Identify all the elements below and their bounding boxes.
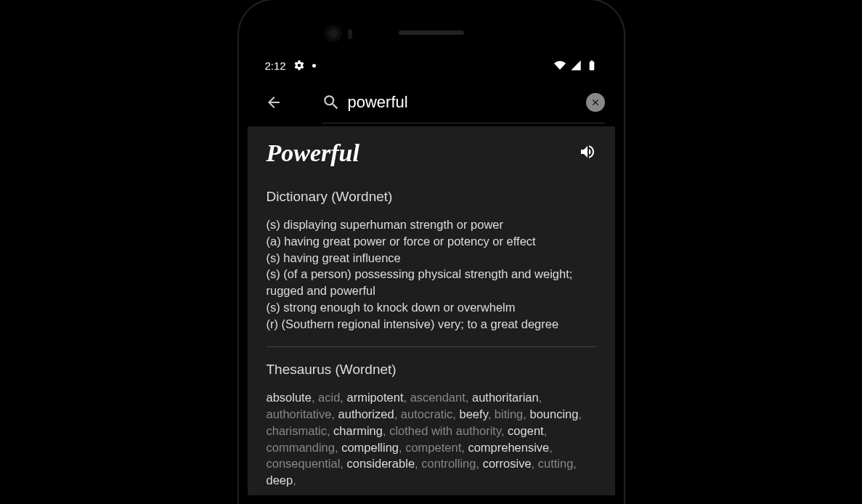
separator: ,	[501, 424, 508, 437]
phone-screen: 2:12	[248, 9, 615, 495]
separator: ,	[539, 391, 542, 404]
synonym[interactable]: armipotent	[347, 391, 404, 404]
content-scroll[interactable]: Powerful Dictionary (Wordnet) (s) displa…	[248, 126, 615, 495]
definition-line: (r) (Southern regional intensive) very; …	[267, 316, 596, 333]
separator: ,	[415, 457, 421, 470]
clear-button[interactable]	[586, 93, 605, 112]
synonym[interactable]: authoritative	[267, 407, 332, 420]
speaker-grille	[399, 31, 464, 35]
synonym[interactable]: cogent	[508, 424, 544, 437]
status-time: 2:12	[265, 60, 286, 72]
separator: ,	[544, 424, 548, 437]
synonym[interactable]: authoritarian	[472, 391, 539, 404]
synonym[interactable]: comprehensive	[468, 441, 549, 454]
pronounce-button[interactable]	[579, 143, 596, 163]
camera-lens	[328, 28, 339, 39]
word-header: Powerful	[267, 139, 596, 167]
search-bar	[248, 78, 615, 126]
synonym[interactable]: competent	[405, 441, 461, 454]
app-area: Powerful Dictionary (Wordnet) (s) displa…	[248, 78, 615, 495]
synonym[interactable]: deep	[267, 473, 293, 487]
definition-line: (a) having great power or force or poten…	[267, 233, 596, 250]
separator: ,	[549, 441, 553, 454]
separator: ,	[578, 407, 582, 420]
synonym[interactable]: charming	[333, 424, 383, 437]
separator: ,	[383, 424, 389, 437]
definition-line: (s) having great influence	[267, 250, 596, 267]
synonym[interactable]: compelling	[341, 441, 399, 454]
speaker-icon	[579, 143, 596, 160]
separator: ,	[573, 457, 577, 470]
separator: ,	[476, 457, 482, 470]
dot-icon	[312, 64, 316, 68]
separator: ,	[532, 457, 538, 470]
section-divider	[267, 346, 596, 347]
thesaurus-heading: Thesaurus (Wordnet)	[267, 362, 596, 378]
battery-icon	[586, 60, 598, 71]
arrow-left-icon	[265, 94, 282, 111]
synonym[interactable]: charismatic	[267, 424, 327, 437]
synonym[interactable]: commanding	[267, 441, 335, 454]
back-button[interactable]	[258, 86, 290, 118]
word-title: Powerful	[267, 139, 359, 167]
separator: ,	[452, 407, 459, 420]
synonym[interactable]: acid	[318, 391, 340, 404]
separator: ,	[488, 407, 495, 420]
synonym[interactable]: bouncing	[529, 407, 578, 420]
synonym[interactable]: controlling	[421, 457, 476, 470]
synonym[interactable]: clothed with authority	[389, 424, 501, 437]
separator: ,	[465, 391, 472, 404]
search-icon	[322, 93, 341, 112]
synonym[interactable]: ascendant	[410, 391, 465, 404]
thesaurus-synonyms: absolute, acid, armipotent, ascendant, a…	[267, 389, 596, 489]
synonym[interactable]: cutting	[538, 457, 574, 470]
separator: ,	[403, 391, 410, 404]
phone-notch	[248, 9, 615, 52]
separator: ,	[335, 441, 341, 454]
separator: ,	[340, 391, 346, 404]
dictionary-entries: (s) displaying superhuman strength or po…	[267, 216, 596, 332]
separator: ,	[327, 424, 333, 437]
definition-line: (s) (of a person) possessing physical st…	[267, 266, 596, 299]
definition-line: (s) strong enough to knock down or overw…	[267, 299, 596, 316]
status-right	[554, 60, 598, 71]
search-input[interactable]	[348, 93, 573, 112]
separator: ,	[312, 391, 318, 404]
dictionary-heading: Dictionary (Wordnet)	[267, 189, 596, 205]
phone-frame: 2:12	[239, 0, 624, 504]
close-icon	[590, 97, 601, 107]
synonym[interactable]: beefy	[460, 407, 488, 420]
synonym[interactable]: consequential	[267, 457, 341, 470]
search-field-wrap	[322, 81, 605, 123]
synonym[interactable]: corrosive	[483, 457, 532, 470]
status-left: 2:12	[265, 60, 316, 72]
gear-icon	[293, 60, 305, 71]
separator: ,	[340, 457, 346, 470]
status-bar: 2:12	[248, 52, 615, 78]
wifi-icon	[554, 60, 566, 71]
sensor	[348, 29, 352, 39]
synonym[interactable]: absolute	[267, 391, 312, 404]
separator: ,	[331, 407, 338, 420]
synonym[interactable]: autocratic	[401, 407, 453, 420]
signal-icon	[570, 60, 582, 71]
synonym[interactable]: authorized	[338, 407, 394, 420]
definition-line: (s) displaying superhuman strength or po…	[267, 216, 596, 233]
separator: ,	[399, 441, 405, 454]
synonym[interactable]: considerable	[347, 457, 415, 470]
synonym[interactable]: biting	[495, 407, 523, 420]
separator: ,	[394, 407, 401, 420]
